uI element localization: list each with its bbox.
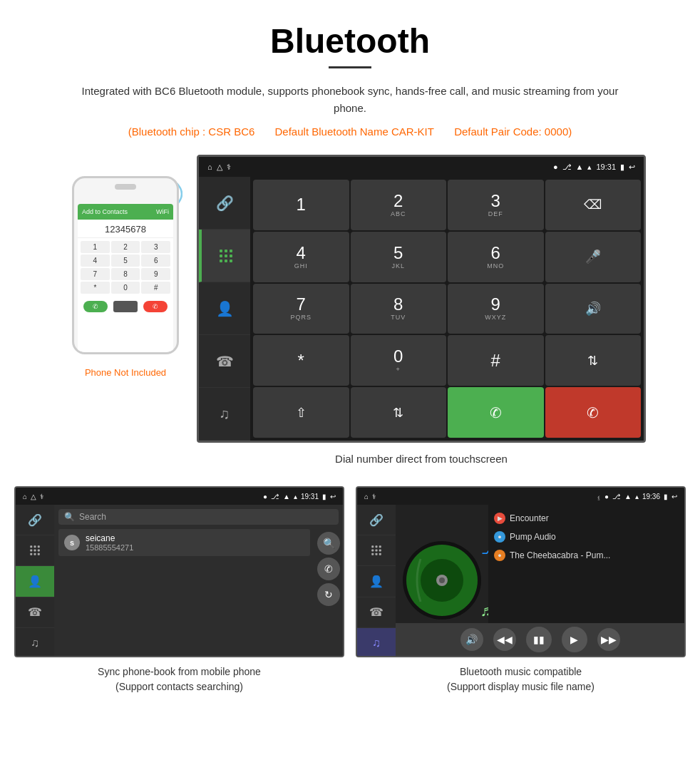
svg-rect-19 (376, 546, 378, 548)
track-icon-2: ● (494, 531, 505, 543)
dial-screen: ⌂ △ ⚕ ● ⎇ ▲ ▴ 19:31 ▮ ↩ (197, 155, 646, 443)
dial-sidebar-link[interactable]: 🔗 (199, 177, 250, 230)
svg-rect-23 (379, 550, 381, 552)
music-sidebar-music[interactable]: ♫ (357, 628, 396, 657)
key-2[interactable]: 2 ABC (351, 180, 447, 230)
phone-dialpad: 1 2 3 4 5 6 7 8 9 * 0 # (78, 238, 173, 297)
track-item-3[interactable]: ● The Cheebacabra - Pum... (494, 548, 679, 563)
phone-call-button[interactable]: ✆ (83, 301, 108, 312)
music-home-icon: ⌂ (364, 493, 369, 500)
key-7[interactable]: 7 PQRS (253, 284, 349, 334)
music-cd-svg (399, 538, 485, 623)
phone-bottom-buttons: ✆ ✆ (78, 298, 173, 315)
phone-not-included-label: Phone Not Included (85, 367, 166, 378)
key-mute[interactable]: 🎤 (545, 232, 642, 282)
music-next-button[interactable]: ▶▶ (597, 628, 620, 651)
key-hash[interactable]: # (448, 335, 544, 386)
music-pause-button[interactable]: ▮▮ (526, 627, 552, 652)
key-backspace[interactable]: ⌫ (545, 180, 642, 230)
music-sidebar-calls[interactable]: ☎ (357, 597, 396, 628)
pb-sidebar-dialpad[interactable] (16, 535, 54, 566)
dial-sidebar-calls[interactable]: ☎ (199, 335, 250, 388)
pb-search-bar[interactable]: 🔍 Search (58, 509, 339, 525)
key-0[interactable]: 0 + (351, 335, 447, 386)
music-prev-button[interactable]: ◀◀ (493, 628, 516, 651)
dial-sidebar-music[interactable]: ♫ (199, 388, 250, 441)
pb-search-button[interactable]: 🔍 (317, 532, 340, 555)
dial-sidebar-contacts[interactable]: 👤 (199, 282, 250, 335)
pb-status-left: ⌂ △ ⚕ (23, 493, 43, 500)
phone-key-star[interactable]: * (81, 282, 110, 294)
phone-key-8[interactable]: 8 (111, 268, 140, 280)
dial-status-right: ● ⎇ ▲ ▴ 19:31 ▮ ↩ (553, 163, 635, 172)
track-item-1[interactable]: ▶ Encounter (494, 510, 679, 526)
phone-key-9[interactable]: 9 (141, 268, 170, 280)
pb-contact-name: seicane (86, 533, 133, 543)
key-transfer[interactable]: ⇅ (351, 387, 447, 438)
key-call-red[interactable]: ✆ (545, 387, 642, 438)
track-item-2[interactable]: ● Pump Audio (494, 529, 679, 545)
key-star[interactable]: * (253, 335, 349, 386)
pb-sidebar-link[interactable]: 🔗 (16, 505, 54, 535)
music-sidebar-dialpad[interactable] (357, 535, 396, 566)
key-6[interactable]: 6 MNO (448, 232, 544, 282)
pb-contact-initial: s (64, 535, 80, 550)
bt-chip-text: (Bluetooth chip : CSR BC6 (128, 125, 255, 138)
dial-body: 🔗 (199, 177, 644, 441)
phone-mockup: ⎇ Add to Contacts WiFi 12345678 (68, 176, 182, 361)
pb-call-button[interactable]: ✆ (317, 558, 340, 580)
music-bt-icon: ⍷ (597, 493, 601, 500)
pb-sidebar-calls[interactable]: ☎ (16, 597, 54, 628)
music-sidebar-contacts[interactable]: 👤 (357, 566, 396, 597)
music-usb-icon: ⚕ (372, 493, 376, 500)
key-8[interactable]: 8 TUV (351, 284, 447, 334)
phone-menu-button[interactable] (113, 301, 138, 312)
signal-icon: ▲ (576, 163, 584, 171)
key-1[interactable]: 1 (253, 180, 349, 230)
key-5[interactable]: 5 JKL (351, 232, 447, 282)
dial-sidebar-dialpad[interactable] (199, 230, 250, 282)
key-call-green[interactable]: ✆ (448, 387, 544, 438)
phone-key-5[interactable]: 5 (111, 255, 140, 267)
key-4[interactable]: 4 GHI (253, 232, 349, 282)
music-note-icon: ♬ (480, 602, 489, 620)
pb-refresh-button[interactable]: ↻ (317, 583, 340, 606)
pb-sidebar-music[interactable]: ♫ (16, 628, 54, 657)
svg-point-31 (439, 577, 445, 583)
pb-contact-row[interactable]: s seicane 15885554271 (58, 529, 310, 556)
pb-search-placeholder: Search (79, 512, 106, 522)
svg-rect-11 (38, 546, 40, 548)
back-icon: ↩ (629, 163, 635, 172)
track-icon-3: ● (494, 550, 505, 561)
key-swap[interactable]: ⇅ (545, 335, 642, 386)
track-name-2: Pump Audio (510, 532, 556, 542)
phone-number-display: 12345678 (78, 220, 173, 238)
phone-key-3[interactable]: 3 (141, 241, 170, 253)
key-9[interactable]: 9 WXYZ (448, 284, 544, 334)
pb-sidebar-contacts[interactable]: 👤 (16, 566, 54, 597)
music-volume-down-button[interactable]: 🔊 (460, 628, 483, 651)
phone-key-hash[interactable]: # (141, 282, 170, 294)
phone-key-1[interactable]: 1 (81, 241, 110, 253)
bt-pair-text: Default Pair Code: 0000) (454, 125, 572, 138)
pb-caption-line2: (Support contacts searching) (115, 681, 243, 692)
phone-end-button[interactable]: ✆ (143, 301, 168, 312)
key-volume[interactable]: 🔊 (545, 284, 642, 334)
phone-key-7[interactable]: 7 (81, 268, 110, 280)
svg-rect-5 (230, 255, 232, 257)
pb-signal-icon: ▲ (283, 493, 290, 500)
pb-usb-icon: ⚕ (40, 493, 43, 500)
music-play-button[interactable]: ▶ (562, 627, 587, 652)
pb-body: 🔗 👤 ☎ ♫ (16, 505, 343, 657)
music-screenshot: ⌂ ⚕ ⍷ ● ⎇ ▲ ▴ 19:36 ▮ ↩ (356, 486, 686, 694)
pb-status-bar: ⌂ △ ⚕ ● ⎇ ▲ ▴ 19:31 ▮ ↩ (16, 488, 343, 505)
phone-key-4[interactable]: 4 (81, 255, 110, 267)
dial-screen-container: ⌂ △ ⚕ ● ⎇ ▲ ▴ 19:31 ▮ ↩ (197, 155, 646, 479)
key-merge[interactable]: ⇧ (253, 387, 349, 438)
phone-key-2[interactable]: 2 (111, 241, 140, 253)
phone-key-6[interactable]: 6 (141, 255, 170, 267)
svg-rect-25 (376, 553, 378, 555)
key-3[interactable]: 3 DEF (448, 180, 544, 230)
phone-key-0[interactable]: 0 (111, 282, 140, 294)
music-sidebar-link[interactable]: 🔗 (357, 505, 396, 535)
